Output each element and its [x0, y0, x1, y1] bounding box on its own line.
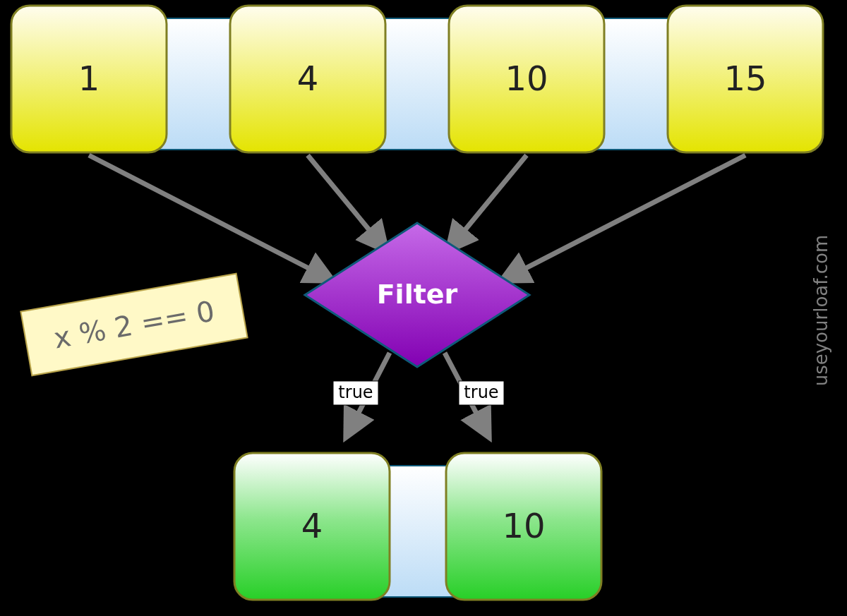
arrow-in	[308, 155, 387, 251]
output-cell: 10	[446, 453, 601, 600]
edge-label-text: true	[338, 382, 373, 402]
edge-label: true	[333, 381, 378, 405]
edge-label: true	[459, 381, 504, 405]
input-cell-value: 4	[297, 59, 319, 98]
output-cell: 4	[234, 453, 390, 600]
edge-label-text: true	[464, 382, 498, 402]
input-cell-value: 1	[78, 59, 100, 98]
arrow-in	[447, 155, 527, 251]
output-cell-value: 4	[301, 506, 323, 545]
input-cell-value: 15	[723, 59, 767, 98]
arrow-in	[89, 155, 333, 281]
input-cell: 4	[230, 6, 385, 152]
filter-node: Filter	[305, 223, 529, 367]
input-cell-value: 10	[505, 59, 548, 98]
filter-diagram: 1 4 10 15 Filter x % 2 == 0 true true	[0, 0, 847, 616]
output-cell-value: 10	[502, 506, 545, 545]
input-cell: 15	[668, 6, 823, 152]
input-cell: 10	[449, 6, 604, 152]
predicate-note: x % 2 == 0	[20, 274, 247, 375]
arrow-in	[501, 155, 745, 281]
input-cell: 1	[11, 6, 167, 152]
filter-node-label: Filter	[377, 279, 458, 310]
image-credit: useyourloaf.com	[810, 235, 831, 387]
